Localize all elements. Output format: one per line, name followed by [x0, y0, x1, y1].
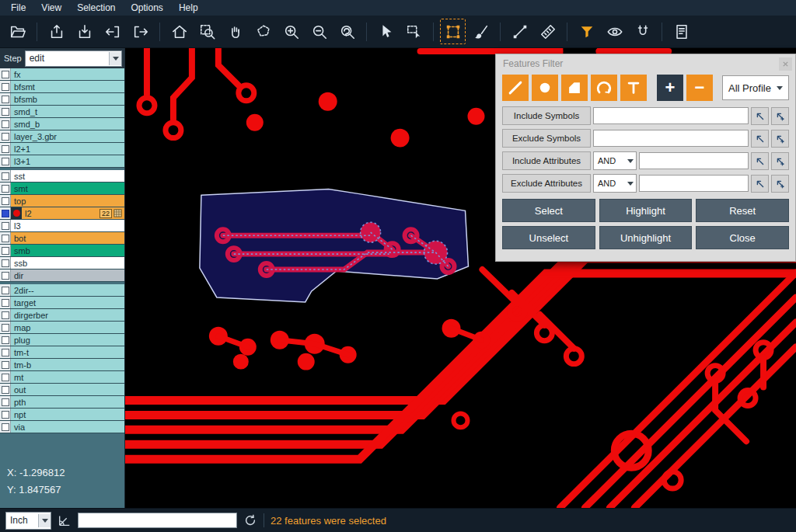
layer-visibility-checkbox[interactable] — [2, 172, 9, 180]
layer-name-band[interactable]: plug — [11, 334, 124, 346]
layer-visibility-checkbox[interactable] — [2, 235, 9, 242]
layer-row-smd_b[interactable]: smd_b — [0, 118, 124, 130]
layer-checkbox-cell[interactable] — [0, 269, 11, 281]
snap-angle-icon[interactable] — [58, 513, 72, 527]
layer-name-band[interactable]: map — [11, 322, 124, 333]
refresh-icon[interactable] — [243, 513, 257, 527]
layer-visibility-checkbox[interactable] — [2, 247, 9, 255]
pad-feature-button[interactable] — [532, 75, 558, 101]
grid-icon[interactable] — [113, 209, 122, 217]
layer-checkbox-cell[interactable] — [0, 93, 11, 105]
layer-visibility-checkbox[interactable] — [2, 259, 9, 267]
pick-add-button[interactable] — [771, 130, 789, 148]
snap-magnet-button[interactable] — [630, 19, 655, 44]
layer-checkbox-cell[interactable] — [0, 130, 11, 142]
reset-button[interactable]: Reset — [696, 199, 789, 222]
layer-visibility-checkbox[interactable] — [2, 185, 9, 193]
layer-name-band[interactable]: via — [11, 421, 124, 433]
layer-name-band[interactable]: bfsmt — [11, 81, 124, 92]
zoom-area-button[interactable] — [194, 19, 220, 44]
layer-name-band[interactable]: bot — [11, 232, 124, 244]
layer-checkbox-cell[interactable] — [0, 232, 11, 244]
layer-row-2dir--[interactable]: 2dir-- — [0, 284, 124, 297]
layer-checkbox-cell[interactable] — [0, 421, 11, 433]
lasso-select-button[interactable] — [250, 19, 276, 44]
layer-row-smt[interactable]: smt — [0, 183, 124, 195]
line-feature-button[interactable] — [502, 75, 529, 101]
pick-from-canvas-button[interactable] — [751, 152, 769, 170]
layer-checkbox-cell[interactable] — [0, 371, 11, 383]
layer-visibility-checkbox[interactable] — [2, 83, 9, 91]
layer-checkbox-cell[interactable] — [0, 118, 11, 130]
menu-options[interactable]: Options — [124, 1, 171, 15]
layer-checkbox-cell[interactable] — [0, 409, 11, 420]
include-attributes-button[interactable]: Include Attributes — [502, 151, 591, 170]
unhighlight-button[interactable]: Unhighlight — [599, 226, 693, 249]
exclude-attributes-button[interactable]: Exclude Attributes — [502, 174, 591, 193]
layer-name-band[interactable]: npt — [11, 409, 124, 420]
layer-name-band[interactable]: l3+1 — [11, 155, 124, 167]
layer-row-layer_3.gbr[interactable]: layer_3.gbr — [0, 130, 124, 143]
layer-checkbox-cell[interactable] — [0, 346, 11, 358]
layer-row-smb[interactable]: smb — [0, 245, 124, 257]
line-tool-button[interactable] — [507, 19, 532, 44]
layer-visibility-checkbox[interactable] — [2, 398, 9, 406]
layer-name-band[interactable]: l2+1 — [11, 143, 124, 155]
layer-checkbox-cell[interactable] — [0, 106, 11, 117]
layer-name-band[interactable]: target — [11, 297, 124, 308]
menu-help[interactable]: Help — [171, 1, 206, 15]
layer-name-band[interactable]: smt — [11, 183, 124, 194]
layer-checkbox-cell[interactable] — [0, 359, 11, 370]
exclude-symbols-input[interactable] — [593, 130, 749, 147]
ruler-button[interactable] — [535, 19, 560, 44]
pick-from-canvas-button[interactable] — [751, 130, 769, 148]
import-down-button[interactable] — [72, 19, 97, 44]
layer-row-map[interactable]: map — [0, 322, 124, 334]
exclude-symbols-button[interactable]: Exclude Symbols — [502, 129, 591, 148]
open-folder-button[interactable] — [5, 19, 30, 44]
layer-name-band[interactable]: l3 — [11, 220, 124, 231]
zoom-out-button[interactable] — [306, 19, 332, 44]
layer-row-mt[interactable]: mt — [0, 371, 124, 384]
profile-select[interactable]: All Profile — [722, 75, 789, 100]
pick-add-button[interactable] — [771, 175, 789, 193]
layer-checkbox-cell[interactable] — [0, 322, 11, 333]
dialog-close-button[interactable] — [779, 57, 792, 71]
layer-visibility-checkbox[interactable] — [2, 272, 9, 280]
layer-row-smd_t[interactable]: smd_t — [0, 106, 124, 118]
layer-checkbox-cell[interactable] — [0, 220, 11, 231]
layer-checkbox-cell[interactable] — [0, 81, 11, 92]
layer-visibility-checkbox[interactable] — [2, 361, 9, 369]
layer-checkbox-cell[interactable] — [0, 195, 11, 207]
positive-polarity-button[interactable]: + — [657, 75, 683, 101]
dialog-titlebar[interactable]: Features Filter — [496, 54, 795, 73]
layer-row-bot[interactable]: bot — [0, 232, 124, 245]
exclude-attributes-operator-select[interactable]: AND — [593, 174, 637, 193]
layer-checkbox-cell[interactable] — [0, 170, 11, 182]
surface-feature-button[interactable] — [561, 75, 588, 101]
layer-checkbox-cell[interactable] — [0, 309, 11, 321]
layer-checkbox-cell[interactable] — [0, 183, 11, 194]
layer-row-target[interactable]: target — [0, 297, 124, 309]
layer-name-band[interactable]: tm-b — [11, 359, 124, 370]
include-attributes-input[interactable] — [639, 152, 749, 169]
command-input[interactable] — [78, 513, 237, 528]
layer-visibility-checkbox[interactable] — [2, 287, 9, 294]
layer-row-l2+1[interactable]: l2+1 — [0, 143, 124, 155]
layer-name-band[interactable]: dirgerber — [11, 309, 124, 321]
text-feature-button[interactable] — [620, 75, 647, 101]
layer-row-l2[interactable]: l222 — [0, 207, 124, 220]
brush-button[interactable] — [468, 19, 494, 44]
unselect-button[interactable]: Unselect — [502, 226, 595, 249]
home-button[interactable] — [166, 19, 192, 44]
rect-select-button[interactable] — [401, 19, 427, 44]
eye-button[interactable] — [602, 19, 627, 44]
layer-row-dir[interactable]: dir — [0, 269, 124, 282]
layer-visibility-checkbox[interactable] — [2, 336, 9, 344]
layer-visibility-checkbox[interactable] — [2, 411, 9, 419]
layer-checkbox-cell[interactable] — [0, 207, 11, 219]
layer-row-top[interactable]: top — [0, 195, 124, 207]
layer-visibility-checkbox[interactable] — [2, 349, 9, 356]
layer-visibility-checkbox[interactable] — [2, 374, 9, 381]
layer-visibility-checkbox[interactable] — [2, 324, 9, 332]
